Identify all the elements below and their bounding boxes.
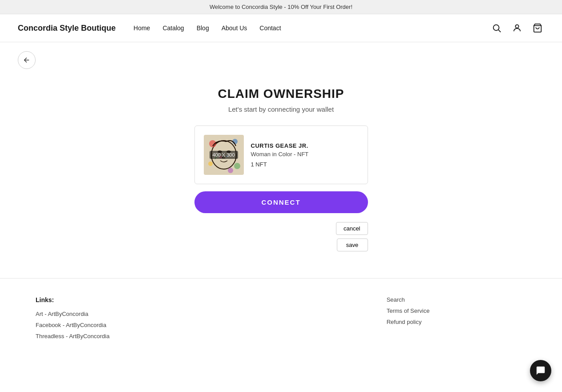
nav-home[interactable]: Home xyxy=(133,24,150,32)
product-artist: CURTIS GEASE JR. xyxy=(251,142,359,149)
main-nav: Home Catalog Blog About Us Contact xyxy=(133,24,490,32)
svg-point-13 xyxy=(208,162,213,166)
cancel-button[interactable]: cancel xyxy=(336,222,368,235)
svg-point-2 xyxy=(515,25,518,28)
nav-blog[interactable]: Blog xyxy=(197,24,209,32)
account-button[interactable] xyxy=(510,21,524,35)
footer-link-tos[interactable]: Terms of Service xyxy=(387,307,526,314)
search-button[interactable] xyxy=(490,21,503,35)
action-buttons: cancel save xyxy=(194,222,368,251)
claim-title: CLAIM OWNERSHIP xyxy=(218,87,344,101)
footer-link-facebook[interactable]: Facebook - ArtByConcordia xyxy=(36,322,175,328)
product-info: CURTIS GEASE JR. Woman in Color - NFT 1 … xyxy=(251,142,359,168)
svg-line-1 xyxy=(498,30,501,32)
footer-right-col: Search Terms of Service Refund policy xyxy=(387,296,526,344)
connect-button[interactable]: CONNECT xyxy=(194,191,368,213)
main-content: CLAIM OWNERSHIP Let's start by connectin… xyxy=(0,78,562,278)
announcement-text: Welcome to Concordia Style - 10% Off You… xyxy=(210,4,352,10)
cart-icon xyxy=(533,23,542,33)
footer-link-search[interactable]: Search xyxy=(387,296,526,303)
nav-contact[interactable]: Contact xyxy=(259,24,281,32)
image-placeholder-label: 400 X 300 xyxy=(209,151,238,159)
arrow-left-icon xyxy=(23,56,31,64)
header-icons xyxy=(490,21,544,35)
back-button[interactable] xyxy=(18,51,36,69)
svg-point-14 xyxy=(228,168,233,173)
product-name: Woman in Color - NFT xyxy=(251,151,359,158)
product-nft-count: 1 NFT xyxy=(251,161,359,168)
footer-link-threadless[interactable]: Threadless - ArtByConcordia xyxy=(36,333,175,339)
product-card: 400 X 300 CURTIS GEASE JR. Woman in Colo… xyxy=(194,125,368,184)
footer-left-col: Links: Art - ArtByConcordia Facebook - A… xyxy=(36,296,175,344)
footer-link-art[interactable]: Art - ArtByConcordia xyxy=(36,311,175,317)
search-icon xyxy=(492,23,501,33)
save-button[interactable]: save xyxy=(337,238,368,251)
footer-link-refund[interactable]: Refund policy xyxy=(387,319,526,325)
svg-point-0 xyxy=(493,25,499,31)
nav-about-us[interactable]: About Us xyxy=(222,24,247,32)
svg-point-12 xyxy=(234,163,240,169)
announcement-bar: Welcome to Concordia Style - 10% Off You… xyxy=(0,0,562,14)
footer: Links: Art - ArtByConcordia Facebook - A… xyxy=(0,278,562,362)
back-button-wrapper xyxy=(0,42,562,78)
cart-button[interactable] xyxy=(531,21,544,35)
claim-subtitle: Let's start by connecting your wallet xyxy=(228,105,334,113)
footer-links-heading: Links: xyxy=(36,296,175,303)
site-logo[interactable]: Concordia Style Boutique xyxy=(18,24,116,33)
product-image-wrapper: 400 X 300 xyxy=(204,135,244,175)
footer-spacer xyxy=(211,296,351,344)
header: Concordia Style Boutique Home Catalog Bl… xyxy=(0,14,562,42)
nav-catalog[interactable]: Catalog xyxy=(162,24,184,32)
account-icon xyxy=(512,23,522,33)
